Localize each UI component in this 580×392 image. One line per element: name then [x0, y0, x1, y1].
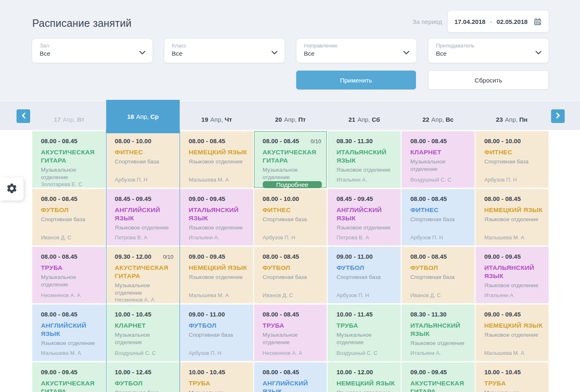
card-title: АКУСТИЧЕСКАЯ ГИТАРА: [115, 264, 174, 280]
schedule-card[interactable]: 10.00 - 12.45ФУТБОЛСпортивная база: [106, 362, 179, 392]
schedule-card[interactable]: 10.00 - 10.45ТРУБАМузыкальное отделение: [475, 362, 549, 392]
card-time: 08.00 - 10.00: [263, 195, 299, 202]
schedule-card[interactable]: 08.30 - 11.30ИТАЛЬЯНСКИЙ ЯЗЫКЯзыковое от…: [328, 131, 401, 188]
schedule-card[interactable]: 08.00 - 10.00ФИТНЕССпортивная базаАрбузо…: [106, 131, 179, 188]
apply-button[interactable]: Применить: [296, 71, 416, 90]
day-month: Апр,: [357, 116, 370, 123]
schedule-card[interactable]: 08.30 - 11.30ИТАЛЬЯНСКИЙ ЯЗЫКЯзыковое от…: [402, 305, 475, 361]
card-time: 08.00 - 08.45: [410, 253, 447, 260]
day-number: 19: [201, 116, 208, 123]
card-time: 09.30 - 12.00: [115, 253, 151, 260]
card-time: 08.00 - 08.45: [41, 137, 77, 144]
card-subtitle: Музыкальное отделение: [41, 166, 100, 181]
card-title: АНГЛИЙСКИЙ ЯЗЫК: [41, 321, 100, 338]
schedule-card[interactable]: 08.00 - 08.45ФУТБОЛСпортивная базаИванов…: [254, 247, 327, 303]
card-subtitle: Спортивная база: [410, 274, 470, 281]
filter-label: Преподаватель: [436, 43, 532, 49]
card-teacher: Несмеянов А. А: [41, 292, 100, 298]
card-time: 09.00 - 09.45: [41, 368, 77, 375]
schedule-card[interactable]: 08.00 - 08.45ТРУБАМузыкальное отделениеН…: [254, 305, 327, 361]
card-subtitle: Спортивная база: [41, 216, 100, 223]
schedule-card[interactable]: 09.00 - 11.00ФУТБОЛСпортивная базаАрбузо…: [328, 247, 401, 303]
schedule-card[interactable]: 08.45 - 09.45АНГЛИЙСКИЙ ЯЗЫКЯзыковое отд…: [328, 189, 401, 246]
date-to: 02.05.2018: [497, 18, 528, 25]
card-time: 08.00 - 08.45: [41, 311, 77, 318]
card-time: 08.00 - 08.45: [41, 195, 77, 202]
day-month: Апр,: [284, 116, 297, 123]
card-title: ФУТБОЛ: [41, 206, 100, 214]
schedule-card[interactable]: 08.00 - 08.45ФУТБОЛСпортивная базаИванов…: [32, 189, 105, 246]
schedule-card[interactable]: 08.00 - 08.45НЕМЕЦКИЙ ЯЗЫКЯзыковое отдел…: [475, 189, 549, 246]
card-subtitle: Спортивная база: [484, 158, 544, 165]
filter-hall[interactable]: Зал Все: [32, 39, 152, 63]
schedule-card[interactable]: 09.00 - 09.45АКУСТИЧЕСКАЯ ГИТАРАМузыкаль…: [402, 362, 475, 392]
schedule-card[interactable]: 10.00 - 10.45ТРУБАМузыкальное отделение: [180, 362, 253, 392]
day-number: 21: [348, 116, 355, 123]
date-range-picker[interactable]: 17.04.2018 - 02.05.2018: [448, 11, 549, 32]
card-title: ФУТБОЛ: [410, 264, 470, 272]
card-subtitle: Языковое отделение: [336, 389, 396, 392]
card-title: ФИТНЕС: [410, 206, 470, 214]
filter-teacher[interactable]: Преподаватель Все: [428, 39, 549, 63]
schedule-card[interactable]: 08.00 - 08.45ТРУБАМузыкальное отделениеН…: [32, 247, 105, 303]
day-cell[interactable]: 18Апр,Ср: [106, 100, 180, 133]
day-number: 17: [54, 116, 61, 123]
card-subtitle: Музыкальное отделение: [336, 331, 396, 346]
card-title: ТРУБА: [336, 321, 396, 330]
reset-button[interactable]: Сбросить: [428, 71, 549, 90]
schedule-card[interactable]: 08.45 - 09.45АНГЛИЙСКИЙ ЯЗЫКЯзыковое отд…: [106, 189, 179, 246]
card-teacher: Итальяни А.: [336, 177, 396, 183]
schedule-card[interactable]: 08.00 - 08.45АНГЛИЙСКИЙ ЯЗЫКЯзыковое отд…: [32, 305, 105, 361]
schedule-card[interactable]: 08.00 - 08.45КЛАРНЕТМузыкальное отделени…: [402, 131, 475, 188]
card-title: АНГЛИЙСКИЙ ЯЗЫК: [336, 206, 396, 222]
card-time: 09.00 - 11.00: [336, 253, 373, 260]
schedule-card[interactable]: 08.00 - 08.45АНГЛИЙСКИЙ ЯЗЫКЯзыковое отд…: [254, 362, 327, 392]
card-subtitle: Музыкальное отделение: [41, 274, 100, 288]
card-time: 08.00 - 08.45: [484, 195, 521, 202]
schedule-card[interactable]: 08.00 - 08.45ФУТБОЛСпортивная базаИванов…: [402, 247, 475, 303]
settings-button[interactable]: [0, 177, 24, 201]
schedule-card[interactable]: 10.00 - 11.45ТРУБАМузыкальное отделениеВ…: [328, 305, 401, 361]
details-button[interactable]: Подробнее: [263, 181, 322, 188]
schedule-card[interactable]: 10.00 - 10.45КЛАРНЕТМузыкальное отделени…: [106, 305, 179, 361]
schedule-card[interactable]: 08.00 - 08.450/10АКУСТИЧЕСКАЯ ГИТАРАМузы…: [254, 131, 327, 188]
schedule-card[interactable]: 08.00 - 10.00ФИТНЕССпортивная базаАрбузо…: [254, 189, 327, 246]
card-subtitle: Спортивная база: [263, 216, 322, 223]
schedule-card[interactable]: 09.00 - 09.45НЕМЕЦКИЙ ЯЗЫКЯзыковое отдел…: [475, 305, 549, 361]
period-control: За период 17.04.2018 - 02.05.2018: [412, 11, 549, 32]
card-title: ИТАЛЬЯНСКИЙ ЯЗЫК: [336, 148, 396, 165]
schedule-card[interactable]: 09.00 - 11.00ФУТБОЛСпортивная базаАрбузо…: [180, 305, 253, 361]
day-weekday: Вт: [77, 116, 84, 123]
schedule-card[interactable]: 09.00 - 09.45НЕМЕЦКИЙ ЯЗЫКЯзыковое отдел…: [180, 247, 253, 303]
card-teacher: Воздушный С. С: [410, 177, 470, 183]
card-title: ФУТБОЛ: [336, 264, 396, 272]
card-time: 08.00 - 08.45: [263, 368, 299, 375]
card-teacher: Малышева М. А: [484, 234, 544, 241]
card-subtitle: Языковое отделение: [189, 224, 248, 231]
schedule-card[interactable]: 10.00 - 12.00НЕМЕЦКИЙ ЯЗЫКЯзыковое отдел…: [328, 362, 401, 392]
schedule-card[interactable]: 08.00 - 08.45ФИТНЕССпортивная базаАрбузо…: [402, 189, 475, 246]
filter-class[interactable]: Класс Все: [164, 39, 285, 63]
calendar-icon: [534, 18, 542, 26]
schedule-card[interactable]: 08.00 - 08.45НЕМЕЦКИЙ ЯЗЫКЯзыковое отдел…: [180, 131, 253, 188]
card-teacher: Иванов Д. С: [263, 292, 322, 298]
prev-day-button[interactable]: [17, 109, 30, 123]
filter-direction[interactable]: Направление Все: [297, 39, 417, 63]
next-day-button[interactable]: [551, 109, 565, 123]
card-teacher: Арбузов П. Н: [115, 177, 174, 183]
card-subtitle: Музыкальное отделение: [263, 166, 322, 181]
schedule-card[interactable]: 08.00 - 10.00ФИТНЕССпортивная базаАрбузо…: [475, 131, 549, 188]
schedule-card[interactable]: 09.00 - 09.45ИТАЛЬЯНСКИЙ ЯЗЫКЯзыковое от…: [180, 189, 253, 246]
card-title: ФИТНЕС: [484, 148, 544, 156]
schedule-card[interactable]: 09.30 - 12.000/10АКУСТИЧЕСКАЯ ГИТАРАМузы…: [106, 247, 179, 303]
card-teacher: Петрова В. А: [336, 234, 396, 241]
schedule-card[interactable]: 09.00 - 09.45АКУСТИЧЕСКАЯ ГИТАРАМузыкаль…: [32, 362, 105, 392]
card-teacher: Воздушный С. С: [115, 350, 174, 356]
card-title: ФИТНЕС: [115, 148, 174, 156]
date-separator: -: [489, 18, 493, 25]
schedule-card[interactable]: 09.00 - 09.45ИТАЛЬЯНСКИЙ ЯЗЫКЯзыковое от…: [475, 247, 549, 303]
card-title: ФИТНЕС: [263, 206, 322, 214]
card-subtitle: Языковое отделение: [336, 166, 396, 174]
schedule-card[interactable]: 08.00 - 08.45АКУСТИЧЕСКАЯ ГИТАРАМузыкаль…: [32, 131, 105, 188]
card-time: 08.30 - 11.30: [410, 311, 447, 318]
